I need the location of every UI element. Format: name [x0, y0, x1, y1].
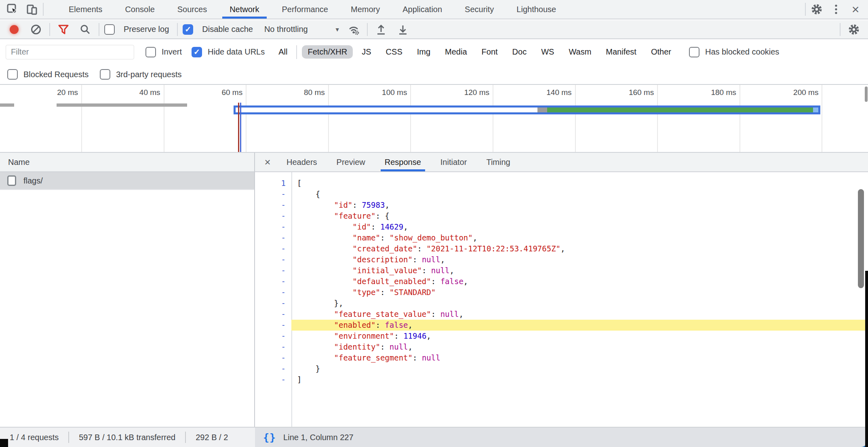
throttling-dropdown[interactable]: No throttling ▼	[264, 25, 340, 34]
record-network-log-icon[interactable]	[6, 21, 23, 38]
code-line: - "created_date": "2021-11-12T10:22:53.4…	[255, 243, 868, 254]
overview-bar-gray-2	[57, 103, 187, 107]
table-row[interactable]: flags/	[0, 172, 254, 190]
pretty-print-braces-icon[interactable]: {}	[263, 432, 276, 443]
tab-console[interactable]: Console	[114, 0, 166, 19]
network-summary-bar: 1 / 4 requests597 B / 10.1 kB transferre…	[0, 427, 255, 447]
export-har-icon[interactable]	[394, 21, 411, 38]
type-chip-media[interactable]: Media	[439, 45, 472, 59]
response-source-viewer[interactable]: 1[- {- "id": 75983,- "feature": {- "id":…	[255, 172, 868, 427]
close-devtools-icon[interactable]: ×	[847, 1, 864, 17]
divider	[177, 23, 178, 36]
code-line: - "name": "show_demo_button",	[255, 232, 868, 243]
inspect-element-icon[interactable]	[4, 1, 21, 17]
tab-application[interactable]: Application	[391, 0, 453, 19]
detail-tab-timing[interactable]: Timing	[476, 153, 520, 171]
timeline-scrollbar[interactable]	[865, 86, 868, 102]
type-chip-manifest[interactable]: Manifest	[600, 45, 642, 59]
type-chip-wasm[interactable]: Wasm	[563, 45, 597, 59]
status-bar: 1 / 4 requests597 B / 10.1 kB transferre…	[0, 427, 868, 447]
detail-tab-response[interactable]: Response	[375, 153, 431, 171]
type-chip-font[interactable]: Font	[476, 45, 504, 59]
import-har-icon[interactable]	[373, 21, 390, 38]
divider	[99, 23, 99, 36]
response-scrollbar[interactable]	[858, 189, 864, 288]
type-chip-ws[interactable]: WS	[535, 45, 560, 59]
tab-security[interactable]: Security	[453, 0, 505, 19]
settings-gear-icon[interactable]	[808, 1, 825, 17]
line-gutter: -	[255, 243, 291, 254]
line-gutter: -	[255, 232, 291, 243]
status-item: 292 B / 2	[186, 433, 238, 442]
detail-tab-preview[interactable]: Preview	[327, 153, 375, 171]
tab-network[interactable]: Network	[218, 0, 270, 19]
line-gutter: -	[255, 320, 291, 331]
network-conditions-icon[interactable]	[345, 21, 362, 38]
detail-tab-headers[interactable]: Headers	[277, 153, 327, 171]
name-column-header[interactable]: Name	[0, 153, 254, 172]
status-item: 1 / 4 requests	[0, 433, 68, 442]
line-content: "initial_value": null,	[291, 265, 868, 276]
timeline-tick-label: 180 ms	[672, 88, 736, 97]
file-icon	[7, 175, 16, 186]
load-event-line	[240, 103, 241, 152]
invert-checkbox[interactable]	[145, 47, 156, 57]
line-content: "feature_state_value": null,	[291, 309, 868, 320]
type-chip-img[interactable]: Img	[411, 45, 436, 59]
tab-elements[interactable]: Elements	[57, 0, 114, 19]
detail-tab-initiator[interactable]: Initiator	[431, 153, 477, 171]
third-party-requests-checkbox[interactable]	[100, 69, 110, 80]
cursor-position-label: Line 1, Column 227	[283, 433, 353, 442]
divider	[43, 3, 44, 16]
line-gutter: -	[255, 211, 291, 221]
disable-cache-checkbox[interactable]	[183, 24, 193, 35]
line-content: "created_date": "2021-11-12T10:22:53.419…	[291, 243, 868, 254]
line-content: "feature_segment": null	[291, 352, 868, 363]
type-chip-fetch-xhr[interactable]: Fetch/XHR	[302, 45, 353, 59]
clear-network-log-icon[interactable]	[27, 21, 44, 38]
tab-memory[interactable]: Memory	[339, 0, 391, 19]
grid-line	[822, 85, 822, 152]
line-gutter: 1	[255, 178, 291, 189]
network-settings-gear-icon[interactable]	[845, 21, 862, 38]
filter-funnel-icon[interactable]	[55, 21, 72, 38]
timeline-tick-label: 120 ms	[425, 88, 489, 97]
type-chip-js[interactable]: JS	[356, 45, 377, 59]
network-filter-bar: Invert Hide data URLs AllFetch/XHRJSCSSI…	[0, 39, 868, 65]
line-content: }	[291, 363, 868, 374]
network-overview-timeline[interactable]: 20 ms40 ms60 ms80 ms100 ms120 ms140 ms16…	[0, 85, 868, 153]
tab-sources[interactable]: Sources	[166, 0, 218, 19]
device-toolbar-icon[interactable]	[23, 1, 40, 17]
disable-cache-label: Disable cache	[202, 25, 253, 34]
code-line: - },	[255, 298, 868, 309]
code-line: - {	[255, 189, 868, 200]
filter-input[interactable]	[6, 45, 134, 59]
kebab-menu-icon[interactable]	[828, 1, 845, 17]
close-detail-icon[interactable]: ×	[258, 153, 277, 171]
type-chip-css[interactable]: CSS	[380, 45, 408, 59]
has-blocked-cookies-checkbox[interactable]	[689, 47, 699, 57]
type-chip-all[interactable]: All	[273, 45, 293, 59]
response-json-code: 1[- {- "id": 75983,- "feature": {- "id":…	[255, 178, 868, 385]
has-blocked-cookies-label: Has blocked cookies	[705, 47, 779, 57]
code-line: - "id": 14629,	[255, 221, 868, 232]
code-line: - "feature_segment": null	[255, 352, 868, 363]
detail-tab-bar: × HeadersPreviewResponseInitiatorTiming	[255, 153, 868, 172]
blocked-requests-checkbox[interactable]	[7, 69, 18, 80]
divider	[49, 23, 50, 36]
preserve-log-checkbox[interactable]	[104, 24, 115, 35]
search-icon[interactable]	[77, 21, 94, 38]
tab-lighthouse[interactable]: Lighthouse	[505, 0, 567, 19]
tab-performance[interactable]: Performance	[271, 0, 340, 19]
code-line: - "description": null,	[255, 254, 868, 265]
line-content: "environment": 11946,	[291, 331, 868, 342]
type-chip-other[interactable]: Other	[645, 45, 677, 59]
grid-line	[328, 85, 329, 152]
line-gutter: -	[255, 254, 291, 265]
line-gutter: -	[255, 200, 291, 211]
source-status-bar: {} Line 1, Column 227	[255, 427, 868, 447]
timeline-tick-label: 20 ms	[13, 88, 78, 97]
hide-data-urls-checkbox[interactable]	[192, 47, 202, 57]
type-chip-doc[interactable]: Doc	[507, 45, 533, 59]
divider	[367, 23, 368, 36]
